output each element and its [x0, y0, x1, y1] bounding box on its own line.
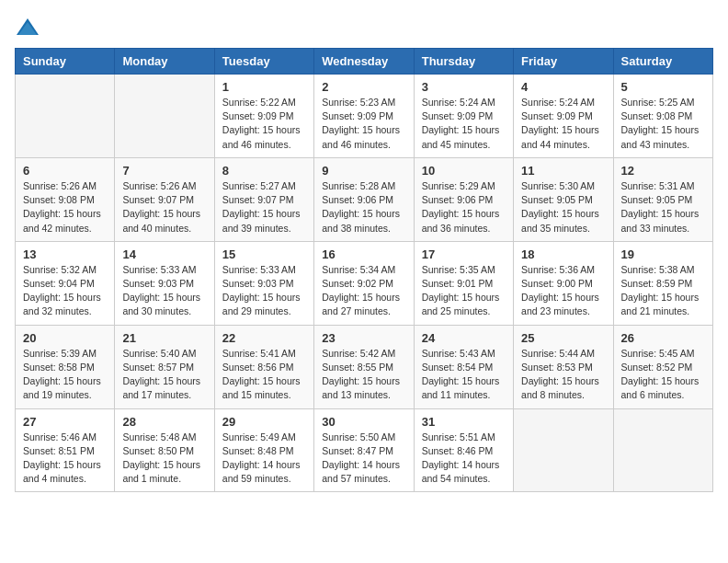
day-number: 19	[621, 247, 705, 261]
calendar-week-row: 13Sunrise: 5:32 AM Sunset: 9:04 PM Dayli…	[16, 241, 713, 325]
calendar-cell: 22Sunrise: 5:41 AM Sunset: 8:56 PM Dayli…	[214, 325, 313, 408]
day-number: 2	[322, 80, 405, 94]
calendar-week-row: 1Sunrise: 5:22 AM Sunset: 9:09 PM Daylig…	[16, 75, 713, 158]
day-number: 12	[621, 164, 705, 178]
day-info: Sunrise: 5:45 AM Sunset: 8:52 PM Dayligh…	[621, 347, 705, 403]
day-info: Sunrise: 5:24 AM Sunset: 9:09 PM Dayligh…	[521, 96, 605, 152]
logo-icon	[15, 15, 40, 40]
day-info: Sunrise: 5:35 AM Sunset: 9:01 PM Dayligh…	[422, 263, 506, 319]
day-number: 21	[122, 331, 206, 345]
calendar-cell: 28Sunrise: 5:48 AM Sunset: 8:50 PM Dayli…	[115, 408, 214, 492]
calendar-cell	[613, 408, 712, 492]
header-day-tuesday: Tuesday	[214, 49, 313, 75]
page-header	[15, 15, 713, 40]
calendar-cell: 6Sunrise: 5:26 AM Sunset: 9:08 PM Daylig…	[16, 157, 115, 241]
day-number: 25	[521, 331, 605, 345]
logo	[15, 15, 44, 40]
day-info: Sunrise: 5:23 AM Sunset: 9:09 PM Dayligh…	[322, 96, 405, 152]
day-number: 14	[122, 247, 206, 261]
calendar-cell	[115, 75, 214, 158]
day-number: 18	[521, 247, 605, 261]
calendar-cell: 5Sunrise: 5:25 AM Sunset: 9:08 PM Daylig…	[613, 75, 712, 158]
day-info: Sunrise: 5:48 AM Sunset: 8:50 PM Dayligh…	[122, 431, 206, 487]
calendar-cell: 4Sunrise: 5:24 AM Sunset: 9:09 PM Daylig…	[514, 75, 613, 158]
calendar-week-row: 20Sunrise: 5:39 AM Sunset: 8:58 PM Dayli…	[16, 325, 713, 408]
day-info: Sunrise: 5:30 AM Sunset: 9:05 PM Dayligh…	[521, 179, 605, 236]
day-info: Sunrise: 5:28 AM Sunset: 9:06 PM Dayligh…	[322, 179, 405, 236]
day-info: Sunrise: 5:44 AM Sunset: 8:53 PM Dayligh…	[521, 347, 605, 403]
day-info: Sunrise: 5:41 AM Sunset: 8:56 PM Dayligh…	[222, 347, 306, 403]
day-number: 23	[322, 331, 405, 345]
header-day-sunday: Sunday	[16, 49, 115, 75]
calendar-cell: 18Sunrise: 5:36 AM Sunset: 9:00 PM Dayli…	[514, 241, 613, 325]
calendar-cell: 7Sunrise: 5:26 AM Sunset: 9:07 PM Daylig…	[115, 157, 214, 241]
day-number: 5	[621, 80, 705, 94]
day-info: Sunrise: 5:36 AM Sunset: 9:00 PM Dayligh…	[521, 263, 605, 319]
day-number: 15	[222, 247, 306, 261]
calendar-cell	[514, 408, 613, 492]
calendar-cell: 3Sunrise: 5:24 AM Sunset: 9:09 PM Daylig…	[414, 75, 513, 158]
day-info: Sunrise: 5:40 AM Sunset: 8:57 PM Dayligh…	[122, 347, 206, 403]
day-number: 17	[422, 247, 506, 261]
day-info: Sunrise: 5:34 AM Sunset: 9:02 PM Dayligh…	[322, 263, 405, 319]
day-info: Sunrise: 5:29 AM Sunset: 9:06 PM Dayligh…	[422, 179, 506, 236]
day-number: 31	[422, 415, 506, 429]
day-info: Sunrise: 5:51 AM Sunset: 8:46 PM Dayligh…	[422, 431, 506, 487]
day-number: 30	[322, 415, 405, 429]
calendar-cell: 24Sunrise: 5:43 AM Sunset: 8:54 PM Dayli…	[414, 325, 513, 408]
calendar-cell: 2Sunrise: 5:23 AM Sunset: 9:09 PM Daylig…	[314, 75, 414, 158]
calendar-cell: 8Sunrise: 5:27 AM Sunset: 9:07 PM Daylig…	[214, 157, 313, 241]
calendar-cell: 13Sunrise: 5:32 AM Sunset: 9:04 PM Dayli…	[16, 241, 115, 325]
day-number: 9	[322, 164, 405, 178]
day-number: 13	[23, 247, 107, 261]
calendar-cell: 25Sunrise: 5:44 AM Sunset: 8:53 PM Dayli…	[514, 325, 613, 408]
day-info: Sunrise: 5:33 AM Sunset: 9:03 PM Dayligh…	[222, 263, 306, 319]
day-info: Sunrise: 5:32 AM Sunset: 9:04 PM Dayligh…	[23, 263, 107, 319]
calendar-cell: 26Sunrise: 5:45 AM Sunset: 8:52 PM Dayli…	[613, 325, 712, 408]
day-info: Sunrise: 5:39 AM Sunset: 8:58 PM Dayligh…	[23, 347, 107, 403]
calendar-cell: 14Sunrise: 5:33 AM Sunset: 9:03 PM Dayli…	[115, 241, 214, 325]
header-day-monday: Monday	[115, 49, 214, 75]
calendar-cell: 9Sunrise: 5:28 AM Sunset: 9:06 PM Daylig…	[314, 157, 414, 241]
day-number: 7	[122, 164, 206, 178]
header-day-thursday: Thursday	[414, 49, 513, 75]
calendar-cell: 20Sunrise: 5:39 AM Sunset: 8:58 PM Dayli…	[16, 325, 115, 408]
day-number: 4	[521, 80, 605, 94]
day-number: 27	[23, 415, 107, 429]
day-info: Sunrise: 5:26 AM Sunset: 9:07 PM Dayligh…	[122, 179, 206, 236]
header-day-saturday: Saturday	[613, 49, 712, 75]
calendar-cell: 16Sunrise: 5:34 AM Sunset: 9:02 PM Dayli…	[314, 241, 414, 325]
day-number: 28	[122, 415, 206, 429]
day-info: Sunrise: 5:26 AM Sunset: 9:08 PM Dayligh…	[23, 179, 107, 236]
day-info: Sunrise: 5:31 AM Sunset: 9:05 PM Dayligh…	[621, 179, 705, 236]
day-info: Sunrise: 5:27 AM Sunset: 9:07 PM Dayligh…	[222, 179, 306, 236]
day-number: 11	[521, 164, 605, 178]
calendar-cell: 29Sunrise: 5:49 AM Sunset: 8:48 PM Dayli…	[214, 408, 313, 492]
day-number: 24	[422, 331, 506, 345]
calendar-cell: 30Sunrise: 5:50 AM Sunset: 8:47 PM Dayli…	[314, 408, 414, 492]
calendar-cell: 27Sunrise: 5:46 AM Sunset: 8:51 PM Dayli…	[16, 408, 115, 492]
calendar-cell: 21Sunrise: 5:40 AM Sunset: 8:57 PM Dayli…	[115, 325, 214, 408]
day-info: Sunrise: 5:25 AM Sunset: 9:08 PM Dayligh…	[621, 96, 705, 152]
calendar-cell: 15Sunrise: 5:33 AM Sunset: 9:03 PM Dayli…	[214, 241, 313, 325]
calendar-cell: 23Sunrise: 5:42 AM Sunset: 8:55 PM Dayli…	[314, 325, 414, 408]
header-day-friday: Friday	[514, 49, 613, 75]
calendar-week-row: 6Sunrise: 5:26 AM Sunset: 9:08 PM Daylig…	[16, 157, 713, 241]
calendar-cell: 31Sunrise: 5:51 AM Sunset: 8:46 PM Dayli…	[414, 408, 513, 492]
day-info: Sunrise: 5:24 AM Sunset: 9:09 PM Dayligh…	[422, 96, 506, 152]
calendar-cell: 1Sunrise: 5:22 AM Sunset: 9:09 PM Daylig…	[214, 75, 313, 158]
day-number: 6	[23, 164, 107, 178]
day-number: 26	[621, 331, 705, 345]
day-info: Sunrise: 5:43 AM Sunset: 8:54 PM Dayligh…	[422, 347, 506, 403]
calendar-cell: 19Sunrise: 5:38 AM Sunset: 8:59 PM Dayli…	[613, 241, 712, 325]
day-info: Sunrise: 5:42 AM Sunset: 8:55 PM Dayligh…	[322, 347, 405, 403]
day-info: Sunrise: 5:49 AM Sunset: 8:48 PM Dayligh…	[222, 431, 306, 487]
calendar-cell	[16, 75, 115, 158]
day-info: Sunrise: 5:50 AM Sunset: 8:47 PM Dayligh…	[322, 431, 405, 487]
day-info: Sunrise: 5:38 AM Sunset: 8:59 PM Dayligh…	[621, 263, 705, 319]
day-number: 22	[222, 331, 306, 345]
day-number: 3	[422, 80, 506, 94]
day-number: 29	[222, 415, 306, 429]
calendar-table: SundayMondayTuesdayWednesdayThursdayFrid…	[15, 48, 713, 492]
day-number: 16	[322, 247, 405, 261]
